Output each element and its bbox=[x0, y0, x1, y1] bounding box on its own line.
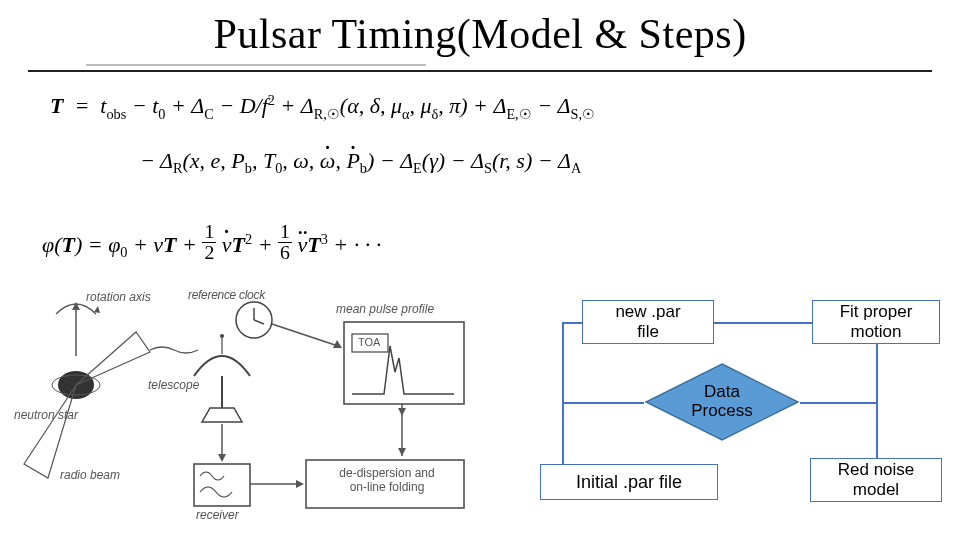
equation-line-2: − ΔR(x, e, Pb, T0, ω, ω, Pb) − ΔE(γ) − Δ… bbox=[140, 148, 581, 177]
diamond-label: Data Process bbox=[644, 362, 800, 442]
box-fit-proper-motion: Fit proper motion bbox=[812, 300, 940, 344]
label-rotation-axis: rotation axis bbox=[86, 290, 151, 304]
label-receiver: receiver bbox=[196, 508, 239, 522]
box-red-noise-label: Red noise model bbox=[838, 460, 915, 499]
conn-left-to-newpar bbox=[562, 322, 582, 324]
title-underline bbox=[28, 70, 932, 72]
label-neutron-star: neutron star bbox=[14, 408, 78, 422]
conn-newpar-fitpm bbox=[714, 322, 812, 324]
box-new-par-file: new .par file bbox=[582, 300, 714, 344]
label-telescope: telescope bbox=[148, 378, 199, 392]
page-title: Pulsar Timing(Model & Steps) bbox=[0, 0, 960, 58]
box-initial-label: Initial .par file bbox=[576, 472, 682, 493]
diamond-data-process: Data Process bbox=[644, 362, 800, 442]
title-underline-shadow bbox=[86, 64, 426, 66]
equation-line-1: T = tobs − t0 + ΔC − D/f2 + ΔR,☉(α, δ, μ… bbox=[50, 92, 595, 123]
conn-diamond-left bbox=[562, 402, 644, 404]
conn-diamond-right bbox=[800, 402, 876, 404]
svg-line-12 bbox=[254, 320, 264, 324]
equation-phase: φ(T) = φ0 + νT + 12 νT2 + 16 νT3 + · · · bbox=[42, 222, 381, 263]
box-initial-par-file: Initial .par file bbox=[540, 464, 718, 500]
box-fit-proper-label: Fit proper motion bbox=[840, 302, 913, 341]
pulsar-pipeline-sketch: rotation axis reference clock telescope … bbox=[18, 290, 478, 522]
svg-line-13 bbox=[272, 324, 338, 346]
flowchart: new .par file Fit proper motion Data Pro… bbox=[490, 300, 950, 530]
svg-rect-7 bbox=[194, 464, 250, 506]
label-mean-pulse-profile: mean pulse profile bbox=[336, 302, 434, 316]
label-reference-clock: reference clock bbox=[188, 288, 265, 302]
label-dedispersion: de-dispersion and on-line folding bbox=[314, 466, 460, 494]
svg-point-5 bbox=[220, 334, 224, 338]
label-toa: TOA bbox=[358, 336, 380, 348]
box-new-par-label: new .par file bbox=[615, 302, 680, 341]
box-red-noise-model: Red noise model bbox=[810, 458, 942, 502]
conn-right-vert bbox=[876, 344, 878, 458]
label-radio-beam: radio beam bbox=[60, 468, 120, 482]
